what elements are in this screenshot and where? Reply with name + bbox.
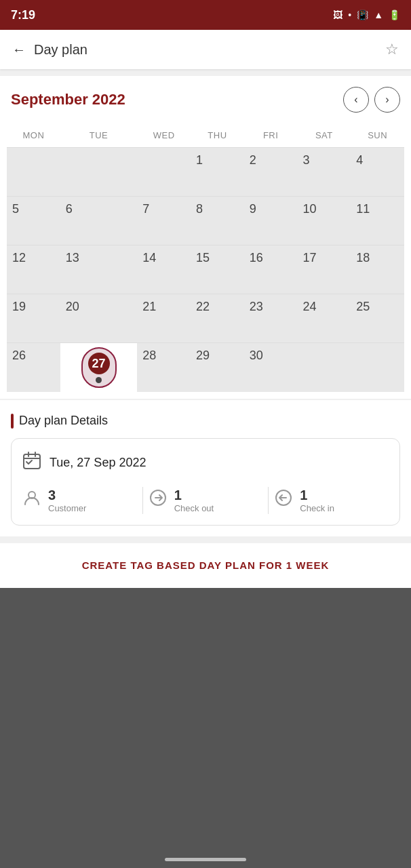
day-number: 13 bbox=[66, 251, 79, 265]
calendar-day-empty bbox=[7, 148, 60, 197]
day-header-sun: SUN bbox=[351, 126, 404, 148]
calendar-day-21[interactable]: 21 bbox=[137, 294, 191, 343]
details-section: Day plan Details Tue, 27 Sep 2022 bbox=[0, 400, 411, 536]
calendar-day-10[interactable]: 10 bbox=[297, 197, 351, 245]
nav-buttons: ‹ › bbox=[343, 87, 400, 113]
details-title: Day plan Details bbox=[11, 414, 400, 429]
status-icons: 🖼 • 📳 ▲ 🔋 bbox=[333, 9, 400, 20]
customer-label: Customer bbox=[48, 503, 86, 513]
day-number: 1 bbox=[196, 153, 203, 167]
checkout-info: 1 Check out bbox=[174, 488, 214, 513]
day-number: 15 bbox=[196, 251, 210, 265]
next-month-button[interactable]: › bbox=[374, 87, 400, 113]
calendar-day-8[interactable]: 8 bbox=[191, 197, 244, 245]
calendar-day-16[interactable]: 16 bbox=[244, 245, 298, 294]
calendar-day-13[interactable]: 13 bbox=[60, 245, 138, 294]
calendar-day-empty bbox=[297, 343, 351, 392]
back-button[interactable]: ← bbox=[12, 42, 26, 58]
calendar-day-12[interactable]: 12 bbox=[7, 245, 60, 294]
calendar-day-11[interactable]: 11 bbox=[351, 197, 404, 245]
checkout-icon bbox=[149, 488, 168, 512]
day-number: 5 bbox=[12, 202, 19, 216]
day-number: 17 bbox=[302, 251, 316, 265]
vibrate-icon: 📳 bbox=[357, 9, 368, 20]
calendar-day-20[interactable]: 20 bbox=[60, 294, 138, 343]
day-header-tue: TUE bbox=[60, 126, 138, 148]
calendar-day-empty bbox=[137, 148, 191, 197]
day-number: 3 bbox=[302, 153, 309, 167]
calendar-day-28[interactable]: 28 bbox=[137, 343, 191, 392]
calendar-day-30[interactable]: 30 bbox=[244, 343, 298, 392]
date-icon bbox=[22, 451, 41, 475]
calendar-day-14[interactable]: 14 bbox=[137, 245, 191, 294]
calendar-day-6[interactable]: 6 bbox=[60, 197, 138, 245]
card-stats: 3 Customer 1 Check out bbox=[22, 487, 389, 514]
calendar-day-9[interactable]: 9 bbox=[244, 197, 298, 245]
stat-checkout: 1 Check out bbox=[149, 488, 263, 513]
calendar-day-15[interactable]: 15 bbox=[191, 245, 244, 294]
day-header-wed: WED bbox=[137, 126, 191, 148]
calendar-day-26[interactable]: 26 bbox=[7, 343, 60, 392]
calendar-day-7[interactable]: 7 bbox=[137, 197, 191, 245]
favorite-button[interactable]: ☆ bbox=[385, 41, 399, 58]
day-number: 8 bbox=[196, 202, 203, 216]
card-date-row: Tue, 27 Sep 2022 bbox=[22, 451, 389, 475]
divider-2 bbox=[268, 487, 269, 514]
dot-icon: • bbox=[348, 9, 351, 20]
calendar-day-25[interactable]: 25 bbox=[351, 294, 404, 343]
calendar-day-24[interactable]: 24 bbox=[297, 294, 351, 343]
calendar-day-18[interactable]: 18 bbox=[351, 245, 404, 294]
title-accent-bar bbox=[11, 414, 14, 429]
day-header-mon: MON bbox=[7, 126, 60, 148]
day-header-sat: SAT bbox=[297, 126, 351, 148]
today-number: 27 bbox=[88, 353, 110, 374]
details-card: Tue, 27 Sep 2022 3 Customer bbox=[11, 438, 400, 526]
day-number: 4 bbox=[356, 153, 363, 167]
day-header-thu: THU bbox=[191, 126, 244, 148]
calendar-day-19[interactable]: 19 bbox=[7, 294, 60, 343]
status-bar: 7:19 🖼 • 📳 ▲ 🔋 bbox=[0, 0, 411, 30]
customer-info: 3 Customer bbox=[48, 488, 86, 513]
calendar-day-23[interactable]: 23 bbox=[244, 294, 298, 343]
day-header-fri: FRI bbox=[244, 126, 298, 148]
calendar: September 2022 ‹ › MON TUE WED THU FRI S… bbox=[0, 76, 411, 399]
page-title: Day plan bbox=[34, 42, 377, 58]
checkin-info: 1 Check in bbox=[300, 488, 334, 513]
calendar-day-empty bbox=[351, 343, 404, 392]
day-number: 18 bbox=[356, 251, 370, 265]
day-number: 9 bbox=[250, 202, 256, 216]
checkin-icon bbox=[274, 488, 293, 512]
customer-icon bbox=[22, 488, 41, 512]
calendar-day-22[interactable]: 22 bbox=[191, 294, 244, 343]
notification-icon: 🖼 bbox=[333, 9, 342, 20]
stat-customer: 3 Customer bbox=[22, 488, 137, 513]
day-number: 30 bbox=[250, 349, 263, 363]
calendar-week-4: 2627282930 bbox=[7, 343, 404, 392]
checkin-count: 1 bbox=[300, 488, 334, 503]
month-navigation: September 2022 ‹ › bbox=[7, 87, 404, 113]
calendar-day-3[interactable]: 3 bbox=[297, 148, 351, 197]
calendar-day-2[interactable]: 2 bbox=[244, 148, 298, 197]
calendar-day-17[interactable]: 17 bbox=[297, 245, 351, 294]
today-dot bbox=[96, 377, 102, 383]
create-tag-button[interactable]: CREATE TAG BASED DAY PLAN FOR 1 WEEK bbox=[82, 559, 330, 571]
calendar-day-5[interactable]: 5 bbox=[7, 197, 60, 245]
day-number: 19 bbox=[12, 300, 26, 314]
home-indicator bbox=[165, 858, 246, 861]
details-title-text: Day plan Details bbox=[19, 414, 108, 428]
day-number: 16 bbox=[250, 251, 263, 265]
day-number: 10 bbox=[302, 202, 316, 216]
calendar-day-4[interactable]: 4 bbox=[351, 148, 404, 197]
calendar-day-1[interactable]: 1 bbox=[191, 148, 244, 197]
status-time: 7:19 bbox=[11, 8, 35, 22]
calendar-day-27[interactable]: 27 bbox=[60, 343, 138, 392]
create-tag-section: CREATE TAG BASED DAY PLAN FOR 1 WEEK bbox=[0, 543, 411, 588]
battery-icon: 🔋 bbox=[389, 9, 400, 20]
day-number: 6 bbox=[66, 202, 73, 216]
day-number: 11 bbox=[356, 202, 370, 216]
prev-month-button[interactable]: ‹ bbox=[343, 87, 369, 113]
calendar-grid: MON TUE WED THU FRI SAT SUN 123456789101… bbox=[7, 126, 404, 392]
day-number: 29 bbox=[196, 349, 210, 363]
bottom-area bbox=[0, 588, 411, 869]
calendar-day-29[interactable]: 29 bbox=[191, 343, 244, 392]
